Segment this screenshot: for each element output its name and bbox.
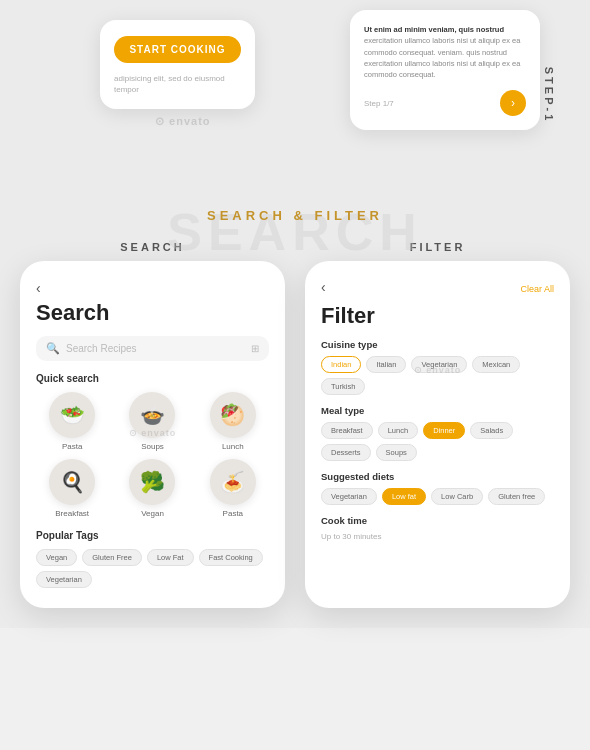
clear-all-button[interactable]: Clear All (520, 284, 554, 294)
step-label: STEP-1 (544, 67, 556, 124)
step-next-button[interactable]: › (500, 90, 526, 116)
envato-watermark-1: ⊙ envato (155, 115, 211, 128)
food-item[interactable]: 🍝 Pasta (197, 459, 269, 518)
meal-type-section: Meal type BreakfastLunchDinnerSaladsDess… (321, 405, 554, 461)
meal-tag[interactable]: Salads (470, 422, 513, 439)
cook-time-sub: Up to 30 minutes (321, 532, 554, 541)
filter-phone: ⊙ envato ‹ Clear All Filter Cuisine type… (305, 261, 570, 608)
food-label: Pasta (62, 442, 82, 451)
food-label: Soups (141, 442, 164, 451)
food-circle: 🍝 (210, 459, 256, 505)
meal-tag[interactable]: Desserts (321, 444, 371, 461)
cook-time-label: Cook time (321, 515, 554, 526)
start-cooking-card: START COOKING adipisicing elit, sed do e… (100, 20, 255, 109)
food-label: Vegan (141, 509, 164, 518)
diet-tag[interactable]: Low Carb (431, 488, 483, 505)
food-circle: 🥗 (49, 392, 95, 438)
top-section: ⊙ envato ⊙ envato START COOKING adipisic… (0, 0, 590, 190)
start-cooking-button[interactable]: START COOKING (114, 36, 241, 63)
search-phone: ⊙ envato ‹ Search 🔍 Search Recipes ⊞ Qui… (20, 261, 285, 608)
food-item[interactable]: 🥙 Lunch (197, 392, 269, 451)
search-title: Search (36, 300, 269, 326)
food-item[interactable]: 🍳 Breakfast (36, 459, 108, 518)
food-item[interactable]: 🍲 Soups (116, 392, 188, 451)
diet-tags-row: VegetarianLow fatLow CarbGluten free (321, 488, 554, 505)
search-input[interactable]: Search Recipes (66, 343, 245, 354)
food-label: Pasta (223, 509, 243, 518)
meal-tag[interactable]: Dinner (423, 422, 465, 439)
search-bar[interactable]: 🔍 Search Recipes ⊞ (36, 336, 269, 361)
section-title-area: SEARCH SEARCH & FILTER (0, 190, 590, 231)
step-info-card: Ut enim ad minim veniam, quis nostrud ex… (350, 10, 540, 130)
cuisine-type-label: Cuisine type (321, 339, 554, 350)
meal-tag[interactable]: Lunch (378, 422, 418, 439)
cuisine-tag[interactable]: Italian (366, 356, 406, 373)
popular-tags-row: VeganGluten FreeLow FatFast CookingVeget… (36, 549, 269, 588)
search-tag[interactable]: Fast Cooking (199, 549, 263, 566)
food-circle: 🍳 (49, 459, 95, 505)
food-circle: 🥦 (129, 459, 175, 505)
meal-tag[interactable]: Breakfast (321, 422, 373, 439)
filter-header-row: ‹ Clear All (321, 279, 554, 299)
meal-type-label: Meal type (321, 405, 554, 416)
cuisine-tag[interactable]: Mexican (472, 356, 520, 373)
food-circle: 🥙 (210, 392, 256, 438)
cuisine-tags-row: IndianItalianVegetarianMexicanTurkish (321, 356, 554, 395)
food-item[interactable]: 🥦 Vegan (116, 459, 188, 518)
search-tag[interactable]: Vegan (36, 549, 77, 566)
diet-tag[interactable]: Vegetarian (321, 488, 377, 505)
filter-icon[interactable]: ⊞ (251, 343, 259, 354)
filter-back-button[interactable]: ‹ (321, 279, 326, 295)
filter-title: Filter (321, 303, 554, 329)
step-counter: Step 1/7 (364, 99, 394, 108)
cuisine-tag[interactable]: Indian (321, 356, 361, 373)
section-title: SEARCH & FILTER (0, 208, 590, 223)
cuisine-tag[interactable]: Vegetarian (411, 356, 467, 373)
popular-tags-label: Popular Tags (36, 530, 269, 541)
meal-tags-row: BreakfastLunchDinnerSaladsDessertsSoups (321, 422, 554, 461)
food-item[interactable]: 🥗 Pasta (36, 392, 108, 451)
suggested-diets-label: Suggested diets (321, 471, 554, 482)
cook-time-section: Cook time Up to 30 minutes (321, 515, 554, 541)
food-grid: 🥗 Pasta 🍲 Soups 🥙 Lunch 🍳 Breakfast 🥦 Ve… (36, 392, 269, 518)
cuisine-tag[interactable]: Turkish (321, 378, 365, 395)
left-card-text: adipisicing elit, sed do eiusmod tempor (114, 73, 241, 95)
cuisine-type-section: Cuisine type IndianItalianVegetarianMexi… (321, 339, 554, 395)
diet-tag[interactable]: Gluten free (488, 488, 545, 505)
food-label: Breakfast (55, 509, 89, 518)
search-icon: 🔍 (46, 342, 60, 355)
search-tag[interactable]: Vegetarian (36, 571, 92, 588)
search-back-button[interactable]: ‹ (36, 280, 41, 296)
diet-tag[interactable]: Low fat (382, 488, 426, 505)
step-card-body: Ut enim ad minim veniam, quis nostrud ex… (364, 24, 526, 80)
search-tag[interactable]: Low Fat (147, 549, 194, 566)
phones-row: ⊙ envato ‹ Search 🔍 Search Recipes ⊞ Qui… (0, 253, 590, 628)
food-label: Lunch (222, 442, 244, 451)
meal-tag[interactable]: Soups (376, 444, 417, 461)
search-tag[interactable]: Gluten Free (82, 549, 142, 566)
quick-search-label: Quick search (36, 373, 269, 384)
suggested-diets-section: Suggested diets VegetarianLow fatLow Car… (321, 471, 554, 505)
food-circle: 🍲 (129, 392, 175, 438)
